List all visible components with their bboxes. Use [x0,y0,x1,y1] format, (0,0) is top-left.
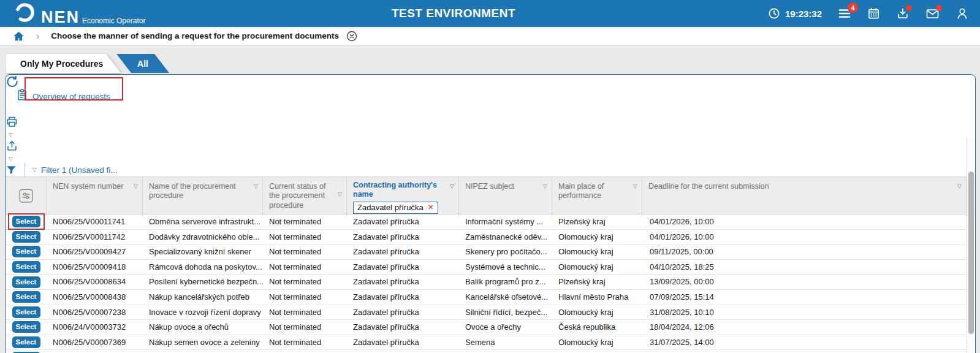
select-button[interactable]: Select [12,246,40,257]
cell-nipez-subject: Silniční řídící, bezpeč... [459,305,552,320]
brand-name: NEN [41,9,80,26]
cell-contracting-authority: Zadavatel příručka [347,230,459,245]
column-header-main-place[interactable]: Main place of performance ▽ [552,177,642,216]
column-filter-icon[interactable]: ▽ [543,184,547,189]
overview-of-requests-button[interactable]: Overview of requests [16,88,975,104]
column-header-nipez-subject[interactable]: NIPEZ subject ▽ [459,177,552,216]
page-title: Choose the manner of sending a request f… [51,31,339,40]
cell-procedure-name: Dodávky zdravotnického oble... [143,230,263,245]
column-title: NIPEZ subject [465,182,514,191]
cell-current-status: Not terminated [263,320,347,335]
table-row: Select N006/25/V00007369 Nákup semen ovo… [6,335,967,351]
cell-nen-system-number: N006/25/V00009418 [47,260,143,275]
cell-nipez-subject: Systémové a technic... [459,260,552,275]
cell-nipez-subject: Informační systémy ... [459,214,552,229]
column-header-contracting-authority[interactable]: Contracting authority's name ▽ Zadavatel… [347,177,459,216]
select-button[interactable]: Select [12,291,40,303]
column-filter-icon[interactable]: ▽ [134,184,138,189]
print-dropdown-icon[interactable]: ▽ [9,132,13,138]
mail-notification-dot [936,5,942,11]
authority-filter-chip: Zadavatel příručka ✕ [353,202,438,214]
cell-contracting-authority: Zadavatel příručka [347,245,459,259]
select-button[interactable]: Select [12,336,40,348]
cell-procedure-name: Posílení kybernetické bezpečn... [143,275,263,289]
cell-nen-system-number: N006/25/V00007369 [47,335,143,350]
cell-nen-system-number: N006/25/V00007367 [47,350,143,353]
export-icon[interactable] [6,139,975,152]
menu-badge: 4 [848,2,858,13]
cell-current-status: Not terminated [263,260,347,275]
table-row: Select N006/25/V00011742 Dodávky zdravot… [6,230,967,245]
app-logo[interactable]: NEN Economic Operator [13,1,145,26]
refresh-icon[interactable] [6,75,975,88]
cell-procedure-name: Rámcová dohoda na poskytov... [143,260,263,275]
mail-icon[interactable] [925,7,940,20]
tab-only-my-procedures[interactable]: Only My Procedures [6,54,121,73]
column-header-nen-number[interactable]: NEN system number ▽ [47,177,143,216]
home-icon[interactable] [13,31,25,42]
column-filter-icon[interactable]: ▽ [633,184,637,189]
cell-deadline: 07/09/2025, 15:14 [642,290,967,305]
column-title: Current status of the procurement proced… [269,182,325,210]
menu-icon[interactable]: 4 [838,7,851,20]
filter-dropdown-icon[interactable]: ▽ [32,167,37,173]
cell-current-status: Not terminated [263,335,347,350]
column-filter-icon[interactable]: ▽ [338,192,342,197]
tab-all[interactable]: All [116,54,169,73]
environment-title: TEST ENVIRONMENT [392,7,515,20]
cell-nipez-subject: Ovoce a ořechy [459,320,552,335]
scrollbar-thumb[interactable] [968,172,974,334]
cell-nipez-subject: Zaměstnanecké oděv... [459,230,552,245]
select-button[interactable]: Select [12,261,40,273]
column-title: Contracting authority's name [353,181,446,200]
print-icon[interactable] [6,115,975,128]
cell-procedure-name: Nákup kancelářských potřeb [143,290,263,305]
table-row: Select N006/25/V00011741 Obměna serverov… [6,214,967,230]
cell-nipez-subject: Semena [459,335,552,350]
column-header-current-status[interactable]: Current status of the procurement proced… [263,177,347,216]
requests-table: NEN system number ▽ Name of the procurem… [6,176,975,353]
tab-bar: All Only My Procedures [6,54,980,73]
download-icon[interactable] [896,7,910,20]
column-filter-icon[interactable]: ▽ [957,184,962,189]
clock-icon [768,7,780,20]
select-button[interactable]: Select [12,276,40,288]
column-header-deadline[interactable]: Deadline for the current submission ▽ [642,177,967,216]
overview-of-requests-label: Overview of requests [32,92,110,101]
column-filter-icon[interactable]: ▽ [450,184,454,189]
cell-procedure-name: Inovace v rozvoji řízení dopravy [143,305,263,320]
table-row: Select N006/25/V00007367 Nákup semen ovo… [6,350,967,353]
select-button[interactable]: Select [12,321,40,333]
content-panel: Overview of requests ▽ ▽ ▽ Filter 1 (U [5,74,976,353]
tab-only-my-procedures-label: Only My Procedures [20,59,103,69]
select-button[interactable]: Select [12,216,40,227]
select-button[interactable]: Select [12,231,40,243]
export-dropdown-icon[interactable]: ▽ [9,156,13,162]
cell-main-place: Olomoucký kraj [552,350,642,353]
chevron-right-icon: › [36,31,39,41]
column-title: Deadline for the current submission [648,182,769,191]
download-notification-dot [906,5,912,11]
column-header-procedure-name[interactable]: Name of the procurement procedure ▽ [143,177,263,216]
cell-nen-system-number: N006/25/V00008634 [47,275,143,289]
cell-main-place: Plzeňský kraj [552,275,642,289]
vertical-scrollbar[interactable] [967,137,974,353]
cell-current-status: Not terminated [263,290,347,305]
filter-funnel-icon[interactable] [6,164,17,176]
select-button[interactable]: Select [12,306,40,318]
top-bar: NEN Economic Operator TEST ENVIRONMENT 1… [0,0,980,27]
table-row: Select N006/25/V00009427 Specializovaný … [6,245,967,260]
column-filter-icon[interactable]: ▽ [254,184,258,189]
remove-filter-icon[interactable]: ✕ [428,203,434,212]
brand-subtitle: Economic Operator [82,17,145,25]
cell-contracting-authority: Zadavatel příručka [347,260,459,275]
calendar-icon[interactable] [867,7,880,20]
close-page-icon[interactable] [346,31,357,42]
user-icon[interactable] [955,7,969,20]
clipboard-icon [16,88,28,104]
cell-current-status: Not terminated [263,350,347,353]
filter-status-label[interactable]: Filter 1 (Unsaved fi... [41,165,118,175]
table-row: Select N006/25/V00007238 Inovace v rozvo… [6,305,967,321]
column-settings-cell[interactable] [6,177,47,216]
nen-logo-icon [13,1,36,26]
